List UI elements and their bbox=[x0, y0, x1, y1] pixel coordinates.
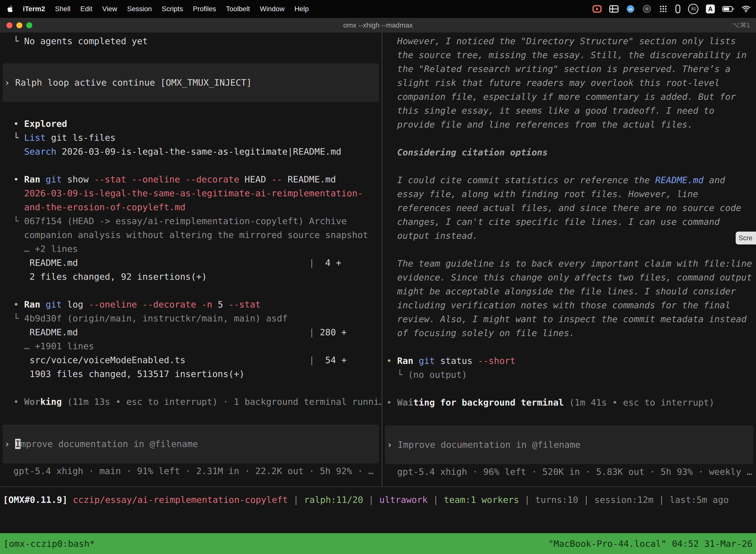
terminal-line: src/voice/voiceModeEnabled.ts | 54 + bbox=[13, 353, 381, 367]
menu-item-iterm2[interactable]: iTerm2 bbox=[18, 5, 50, 13]
prompt-input-left[interactable]: › Improve documentation in @filename bbox=[2, 425, 379, 463]
terminal-line: Considering citation options bbox=[386, 146, 756, 159]
terminal-line: of focusing solely on file lines. bbox=[386, 326, 756, 340]
menu-item-shell[interactable]: Shell bbox=[50, 5, 75, 13]
desktop-screen: iTerm2 Shell Edit View Session Scripts P… bbox=[0, 0, 756, 554]
password-pill-icon[interactable] bbox=[675, 4, 681, 14]
prompt-input-left-text: › Improve documentation in @filename bbox=[4, 437, 379, 451]
menu-item-view[interactable]: View bbox=[97, 5, 122, 13]
close-button[interactable] bbox=[6, 22, 12, 28]
menu-item-session[interactable]: Session bbox=[122, 5, 157, 13]
session-status-right: gpt-5.4 xhigh · 96% left · 520K in · 5.8… bbox=[382, 465, 756, 479]
terminal-area: └ No agents completed yet › Ralph loop a… bbox=[0, 33, 756, 533]
terminal-line bbox=[13, 284, 381, 297]
dark-app-icon[interactable] bbox=[642, 4, 651, 13]
terminal-line: and-the-erosion-of-copyleft.md bbox=[13, 200, 381, 214]
terminal-line: companion file, especially if more comme… bbox=[386, 90, 756, 104]
pane-left[interactable]: └ No agents completed yet › Ralph loop a… bbox=[0, 33, 381, 487]
terminal-line: README.md | 4 + bbox=[13, 256, 381, 270]
terminal-line bbox=[386, 243, 756, 257]
window-shortcut-badge: ⌥⌘1 bbox=[733, 21, 750, 29]
terminal-line: the "Related research writing" section i… bbox=[386, 62, 756, 76]
terminal-line: [OMX#0.11.9] cczip/essay/ai-reimplementa… bbox=[3, 493, 756, 507]
menu-item-profiles[interactable]: Profiles bbox=[188, 5, 221, 13]
terminal-line: references need actual files, and since … bbox=[386, 201, 756, 215]
terminal-line bbox=[386, 131, 756, 146]
terminal-line: › Improve documentation in @filename bbox=[4, 437, 379, 451]
terminal-line: • Explored bbox=[13, 117, 381, 131]
pane-right[interactable]: However, I noticed the "Directory Struct… bbox=[382, 33, 756, 487]
terminal-line: └ No agents completed yet bbox=[13, 34, 381, 48]
prompt-input-right-text: › Improve documentation in @filename bbox=[387, 438, 754, 452]
blue-app-icon[interactable] bbox=[626, 4, 635, 13]
window-title: omx --xhigh --madmax bbox=[343, 21, 413, 29]
menu-item-edit[interactable]: Edit bbox=[75, 5, 97, 13]
terminal-line: README.md | 280 + bbox=[13, 325, 381, 339]
terminal-line: • Ran git show --stat --oneline --decora… bbox=[13, 172, 381, 186]
terminal-line: • Waiting for background terminal (1m 41… bbox=[386, 396, 756, 409]
terminal-line: including verification notes with those … bbox=[386, 298, 756, 312]
terminal-line: output instead. bbox=[386, 229, 756, 243]
terminal-line: › Ralph loop active continue [OMX_TMUX_I… bbox=[4, 76, 379, 90]
dots-grid-icon[interactable] bbox=[659, 4, 668, 13]
window-tiling-icon[interactable] bbox=[609, 5, 619, 13]
terminal-line: essay file, along with finding root file… bbox=[386, 187, 756, 201]
traffic-lights bbox=[6, 22, 32, 28]
screen-share-pill[interactable]: Scre bbox=[736, 232, 756, 244]
terminal-line: 1903 files changed, 513517 insertions(+) bbox=[13, 367, 381, 381]
terminal-line: companion analysis without altering the … bbox=[13, 228, 381, 242]
terminal-line: › Improve documentation in @filename bbox=[387, 438, 754, 452]
tmux-host-time-label: "MacBook-Pro-44.local" 04:52 31-Mar-26 bbox=[548, 539, 753, 549]
terminal-line bbox=[13, 159, 381, 172]
terminal-line: I could cite commit statistics or refere… bbox=[386, 173, 756, 187]
ralph-loop-banner: › Ralph loop active continue [OMX_TMUX_I… bbox=[2, 63, 379, 102]
apple-icon[interactable] bbox=[0, 5, 18, 13]
terminal-line: provide file and line references from th… bbox=[386, 118, 756, 131]
terminal-line bbox=[13, 381, 381, 395]
terminal-line: this single essay, it seems like a good … bbox=[386, 104, 756, 118]
battery-gauge-icon[interactable]: .61 bbox=[688, 4, 698, 14]
terminal-line bbox=[386, 382, 756, 396]
minimize-button[interactable] bbox=[16, 22, 22, 28]
terminal-line: the source tree, missing the essay. Stil… bbox=[386, 48, 756, 62]
terminal-line: evidence. Since this change only affects… bbox=[386, 271, 756, 284]
battery-icon[interactable] bbox=[722, 6, 734, 12]
terminal-line: • Ran git log --oneline --decorate -n 5 … bbox=[13, 297, 381, 312]
menu-item-toolbelt[interactable]: Toolbelt bbox=[221, 5, 255, 13]
screen-recording-icon[interactable] bbox=[592, 5, 602, 13]
terminal-line: • Ran git status --short bbox=[386, 354, 756, 368]
terminal-line bbox=[386, 340, 756, 354]
zoom-button[interactable] bbox=[26, 22, 32, 28]
terminal-line: gpt-5.4 xhigh · main · 91% left · 2.31M … bbox=[13, 464, 381, 478]
terminal-line: • Working (11m 13s • esc to interrupt) ·… bbox=[13, 395, 381, 409]
terminal-line: 2026-03-09-is-legal-the-same-as-legitima… bbox=[13, 186, 381, 200]
menu-item-scripts[interactable]: Scripts bbox=[157, 5, 188, 13]
session-status-left: gpt-5.4 xhigh · main · 91% left · 2.31M … bbox=[0, 464, 381, 478]
terminal-line: slight risk that future readers may over… bbox=[386, 76, 756, 90]
window-titlebar[interactable]: omx --xhigh --madmax ⌥⌘1 bbox=[0, 18, 756, 33]
menu-item-help[interactable]: Help bbox=[290, 5, 314, 13]
prompt-input-right[interactable]: › Improve documentation in @filename bbox=[385, 426, 754, 464]
wifi-icon[interactable] bbox=[742, 5, 751, 12]
terminal-line: gpt-5.4 xhigh · 96% left · 520K in · 5.8… bbox=[386, 465, 756, 479]
menu-item-window[interactable]: Window bbox=[255, 5, 290, 13]
input-source-icon[interactable]: A bbox=[706, 4, 715, 13]
terminal-line: Search 2026-03-09-is-legal-the-same-as-l… bbox=[13, 145, 381, 159]
terminal-line bbox=[386, 159, 756, 173]
terminal-line: … +1901 lines bbox=[13, 339, 381, 353]
agent-summary-top: └ No agents completed yet bbox=[0, 33, 381, 48]
terminal-line: └ List git ls-files bbox=[13, 131, 381, 145]
terminal-line: However, I noticed the "Directory Struct… bbox=[386, 34, 756, 48]
tmux-session-label: [omx-cczip0:bash* bbox=[3, 539, 95, 549]
ralph-loop-banner-text: › Ralph loop active continue [OMX_TMUX_I… bbox=[4, 76, 379, 90]
terminal-line: └ (no output) bbox=[386, 368, 756, 382]
terminal-line: changes, I can't cite specific file line… bbox=[386, 215, 756, 229]
agent-transcript-right: However, I noticed the "Directory Struct… bbox=[382, 33, 756, 409]
tmux-status-bar: [omx-cczip0:bash* "MacBook-Pro-44.local"… bbox=[0, 533, 756, 554]
agent-transcript-left: • Explored└ List git ls-files Search 202… bbox=[0, 117, 381, 409]
terminal-line: … +2 lines bbox=[13, 242, 381, 256]
menubar: iTerm2 Shell Edit View Session Scripts P… bbox=[0, 0, 756, 18]
terminal-line: might be acceptable alongside the file l… bbox=[386, 284, 756, 298]
terminal-line: review. Also, I might want to inspect th… bbox=[386, 312, 756, 326]
terminal-line: 2 files changed, 92 insertions(+) bbox=[13, 270, 381, 284]
